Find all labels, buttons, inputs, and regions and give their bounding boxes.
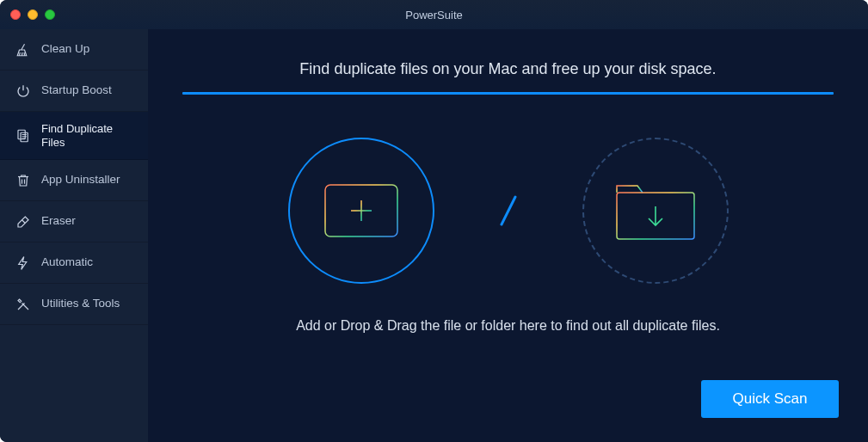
app-window: PowerSuite Clean Up Startup Boost [0,0,868,442]
tools-icon [15,297,31,312]
sidebar-item-label: Automatic [41,255,93,269]
page-heading: Find duplicate files on your Mac and fre… [182,60,834,78]
sidebar-item-app-uninstaller[interactable]: App Uninstaller [0,160,148,201]
drop-zone[interactable] [182,138,834,284]
svg-line-3 [502,197,515,224]
sidebar-item-utilities-tools[interactable]: Utilities & Tools [0,284,148,325]
folder-download-icon [608,174,703,248]
sidebar-item-eraser[interactable]: Eraser [0,201,148,242]
eraser-icon [15,214,31,230]
app-body: Clean Up Startup Boost [0,29,868,442]
window-controls [10,9,55,20]
sidebar-item-find-duplicate-files[interactable]: Find Duplicate Files [0,112,148,160]
quick-scan-button[interactable]: Quick Scan [701,380,839,418]
sidebar-item-automatic[interactable]: Automatic [0,242,148,284]
svg-rect-1 [21,132,28,142]
sidebar-item-label: Find Duplicate Files [41,122,138,149]
slash-separator-icon [496,193,520,228]
drop-instruction: Add or Drop & Drag the file or folder he… [182,318,834,334]
sidebar-item-startup-boost[interactable]: Startup Boost [0,71,148,112]
add-file-circle[interactable] [288,138,434,284]
sidebar-item-label: Eraser [41,214,76,228]
zoom-window-button[interactable] [45,9,55,20]
heading-divider [182,92,834,95]
close-window-button[interactable] [10,9,21,20]
trash-icon [15,173,31,188]
window-title: PowerSuite [0,9,868,21]
sidebar-item-label: App Uninstaller [41,173,120,187]
sidebar-item-label: Startup Boost [41,83,112,97]
main-panel: Find duplicate files on your Mac and fre… [148,29,868,442]
add-file-icon [318,176,404,245]
power-icon [15,83,31,99]
lightning-icon [15,255,31,271]
minimize-window-button[interactable] [28,9,38,20]
sidebar: Clean Up Startup Boost [0,29,148,442]
drop-folder-circle[interactable] [582,138,729,284]
duplicate-files-icon [15,128,31,144]
sidebar-item-label: Utilities & Tools [41,297,120,310]
sidebar-item-label: Clean Up [41,42,89,56]
sidebar-item-clean-up[interactable]: Clean Up [0,29,148,71]
broom-icon [15,42,31,58]
titlebar: PowerSuite [0,0,868,29]
